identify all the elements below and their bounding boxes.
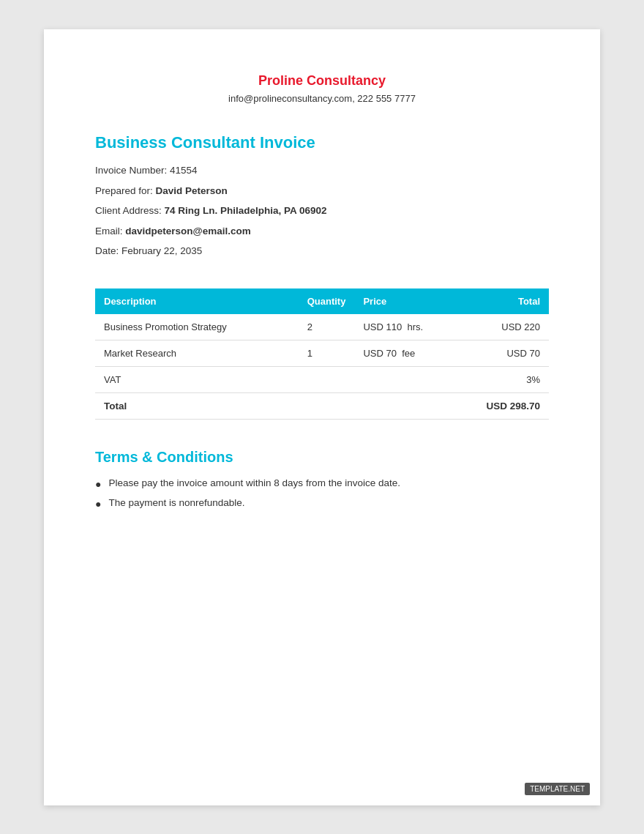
terms-list: Please pay the invoice amount within 8 d… bbox=[95, 477, 549, 510]
table-row: Business Promotion Strategy 2 USD 110 hr… bbox=[95, 314, 549, 340]
email-line: Email: davidpeterson@email.com bbox=[95, 223, 549, 239]
date-value: February 22, 2035 bbox=[121, 245, 202, 256]
col-header-quantity: Quantity bbox=[299, 288, 355, 314]
invoice-meta: Business Consultant Invoice Invoice Numb… bbox=[95, 133, 549, 259]
vat-price bbox=[354, 366, 445, 392]
address-label: Client Address: bbox=[95, 205, 162, 216]
row1-unit: hrs. bbox=[407, 321, 423, 332]
invoice-title: Business Consultant Invoice bbox=[95, 133, 549, 152]
row2-description: Market Research bbox=[95, 340, 299, 366]
table-header-row: Description Quantity Price Total bbox=[95, 288, 549, 314]
terms-title: Terms & Conditions bbox=[95, 449, 549, 466]
row1-price-value: USD 110 bbox=[363, 321, 402, 332]
terms-item-2-text: The payment is nonrefundable. bbox=[108, 497, 244, 508]
row1-quantity: 2 bbox=[299, 314, 355, 340]
watermark: TEMPLATE.NET bbox=[525, 783, 590, 795]
terms-item-1-text: Please pay the invoice amount within 8 d… bbox=[108, 477, 400, 488]
col-header-description: Description bbox=[95, 288, 299, 314]
prepared-for-line: Prepared for: David Peterson bbox=[95, 183, 549, 199]
invoice-number-line: Invoice Number: 41554 bbox=[95, 163, 549, 179]
total-row: Total USD 298.70 bbox=[95, 392, 549, 419]
total-label: Total bbox=[95, 392, 299, 419]
row1-description: Business Promotion Strategy bbox=[95, 314, 299, 340]
terms-item-1: Please pay the invoice amount within 8 d… bbox=[95, 477, 549, 490]
company-header: Proline Consultancy info@prolineconsulta… bbox=[95, 73, 549, 104]
terms-item-2: The payment is nonrefundable. bbox=[95, 497, 549, 510]
total-value: USD 298.70 bbox=[445, 392, 549, 419]
row1-total: USD 220 bbox=[445, 314, 549, 340]
vat-label: VAT bbox=[95, 366, 299, 392]
company-contact: info@prolineconsultancy.com, 222 555 777… bbox=[95, 93, 549, 104]
row1-price: USD 110 hrs. bbox=[354, 314, 445, 340]
row2-price: USD 70 fee bbox=[354, 340, 445, 366]
email-label: Email: bbox=[95, 226, 123, 237]
vat-row: VAT 3% bbox=[95, 366, 549, 392]
date-line: Date: February 22, 2035 bbox=[95, 243, 549, 259]
col-header-total: Total bbox=[445, 288, 549, 314]
invoice-number-label: Invoice Number: bbox=[95, 165, 167, 176]
terms-section: Terms & Conditions Please pay the invoic… bbox=[95, 449, 549, 510]
invoice-number-value: 41554 bbox=[170, 165, 198, 176]
client-address-line: Client Address: 74 Ring Ln. Philadelphia… bbox=[95, 203, 549, 219]
table-row: Market Research 1 USD 70 fee USD 70 bbox=[95, 340, 549, 366]
email-value: davidpeterson@email.com bbox=[125, 226, 250, 237]
row2-quantity: 1 bbox=[299, 340, 355, 366]
invoice-page: Proline Consultancy info@prolineconsulta… bbox=[44, 29, 600, 805]
prepared-value: David Peterson bbox=[156, 185, 228, 196]
vat-value: 3% bbox=[445, 366, 549, 392]
invoice-table: Description Quantity Price Total Busines… bbox=[95, 288, 549, 420]
col-header-price: Price bbox=[354, 288, 445, 314]
prepared-label: Prepared for: bbox=[95, 185, 153, 196]
row2-unit: fee bbox=[402, 348, 415, 359]
address-value: 74 Ring Ln. Philadelphia, PA 06902 bbox=[165, 205, 327, 216]
company-name: Proline Consultancy bbox=[95, 73, 549, 89]
date-label: Date: bbox=[95, 245, 119, 256]
row2-price-value: USD 70 bbox=[363, 348, 397, 359]
row2-total: USD 70 bbox=[445, 340, 549, 366]
vat-quantity bbox=[299, 366, 355, 392]
